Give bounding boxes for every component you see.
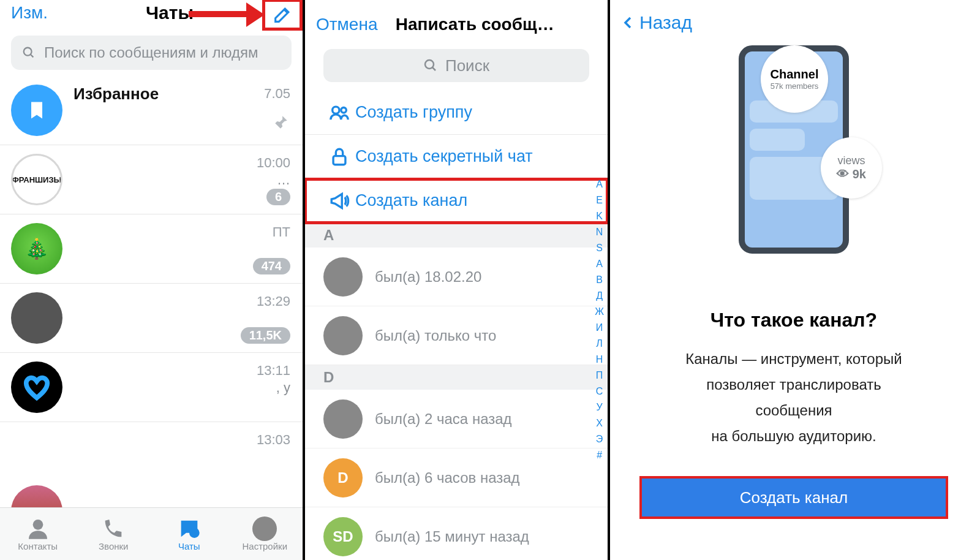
phone-icon (101, 516, 126, 541)
svg-rect-8 (333, 156, 345, 164)
screen-channel-intro: Назад Channel 57k members views 👁 9k Что… (610, 0, 978, 560)
contact-row[interactable]: был(а) 18.02.20 (305, 248, 608, 306)
svg-point-2 (32, 520, 43, 530)
tab-settings[interactable]: Настройки (227, 508, 303, 560)
chevron-left-icon (621, 15, 636, 30)
screen-chats: Изм. Чаты Поиск по сообщениям и людям Из… (0, 0, 305, 560)
avatar-icon (252, 516, 277, 541)
chat-row[interactable]: Избранное 7.05 (0, 76, 303, 145)
group-icon (329, 102, 350, 123)
tab-chats[interactable]: Чаты (151, 508, 227, 560)
contact-status: был(а) 18.02.20 (375, 268, 481, 286)
chat-time: 13:29 (257, 293, 290, 309)
section-header: A (305, 223, 608, 248)
contact-row[interactable]: SD был(а) 15 минут назад (305, 507, 608, 560)
chat-time: 7.05 (264, 86, 290, 102)
channel-illustration: Channel 57k members views 👁 9k (739, 45, 849, 254)
contact-status: был(а) 6 часов назад (375, 469, 520, 486)
unread-badge: 11,5K (241, 327, 290, 344)
svg-point-3 (189, 528, 200, 538)
chat-row[interactable]: 13:29 11,5K (0, 284, 303, 353)
contact-row[interactable]: D был(а) 6 часов назад (305, 448, 608, 507)
tab-calls[interactable]: Звонки (76, 508, 152, 560)
chat-time: 13:03 (257, 432, 290, 448)
chat-row[interactable]: ФРАНШИЗЫ … 10:00 6 (0, 145, 303, 214)
section-header: D (305, 365, 608, 390)
megaphone-icon (329, 191, 350, 211)
chat-row[interactable]: 13:03 (0, 422, 303, 439)
chat-time: 10:00 (257, 155, 290, 171)
illus-views-label: views (837, 154, 865, 167)
svg-point-0 (24, 48, 32, 56)
description: Каналы — инструмент, который позволяет т… (635, 346, 953, 449)
avatar (11, 223, 62, 274)
search-icon (423, 58, 438, 73)
alpha-index[interactable]: AEKNSАВДЖИЛНПСУХЭ# (595, 176, 604, 463)
create-group[interactable]: Создать группу (305, 91, 608, 135)
back-button[interactable]: Назад (610, 0, 978, 45)
chat-row[interactable]: , у 13:11 (0, 353, 303, 422)
create-channel-highlight: Создать канал (641, 477, 947, 518)
unread-badge: 6 (266, 189, 290, 205)
search-icon (22, 46, 36, 59)
create-channel[interactable]: Создать канал (305, 179, 608, 223)
search-input[interactable]: Поиск по сообщениям и людям (11, 36, 292, 70)
chat-preview: , у (74, 380, 292, 396)
tab-bar: Контакты Звонки Чаты Настройки (0, 507, 303, 560)
svg-point-4 (425, 60, 434, 69)
compose-button[interactable] (262, 0, 303, 31)
edit-button[interactable]: Изм. (11, 3, 48, 23)
svg-line-1 (31, 55, 34, 58)
avatar: SD (323, 517, 363, 556)
avatar (11, 361, 62, 413)
avatar-saved (11, 85, 62, 136)
screen-new-message: Отмена Написать сообщ… Поиск Создать гру… (305, 0, 610, 560)
avatar: D (323, 458, 363, 498)
chat-time: 13:11 (257, 363, 290, 379)
avatar (323, 316, 363, 355)
compose-icon (272, 4, 293, 25)
avatar (323, 399, 363, 439)
lock-icon (329, 146, 350, 167)
contact-status: был(а) 15 минут назад (375, 528, 529, 545)
avatar (323, 257, 363, 297)
svg-line-5 (432, 67, 435, 70)
contact-status: был(а) 2 часа назад (375, 411, 512, 428)
search-placeholder: Поиск по сообщениям и людям (44, 44, 258, 61)
svg-point-7 (341, 107, 347, 113)
bookmark-icon (26, 99, 48, 121)
pin-icon (273, 114, 289, 130)
contact-row[interactable]: был(а) только что (305, 306, 608, 365)
heading: Что такое канал? (610, 309, 978, 331)
create-secret-chat[interactable]: Создать секретный чат (305, 135, 608, 179)
page-title: Написать сообщ… (353, 15, 597, 34)
search-placeholder: Поиск (445, 56, 489, 75)
unread-badge: 474 (253, 258, 290, 274)
search-input[interactable]: Поиск (323, 49, 589, 82)
chat-time: ПТ (273, 224, 290, 240)
contact-row[interactable]: был(а) 2 часа назад (305, 390, 608, 448)
heart-icon (23, 373, 51, 401)
contact-icon (26, 516, 50, 541)
svg-point-6 (333, 107, 339, 113)
avatar (11, 292, 62, 344)
contact-status: был(а) только что (375, 327, 496, 344)
illus-members-label: 57k members (771, 81, 819, 91)
tab-contacts[interactable]: Контакты (0, 508, 76, 560)
create-channel-button[interactable]: Создать канал (641, 477, 947, 518)
chat-preview: … (74, 172, 292, 188)
chat-row[interactable]: ПТ 474 (0, 214, 303, 284)
annotation-arrow (189, 5, 263, 23)
chat-name: Избранное (74, 85, 292, 104)
avatar: ФРАНШИЗЫ (11, 154, 62, 205)
illus-channel-label: Channel (771, 67, 819, 81)
chat-icon (177, 516, 202, 541)
